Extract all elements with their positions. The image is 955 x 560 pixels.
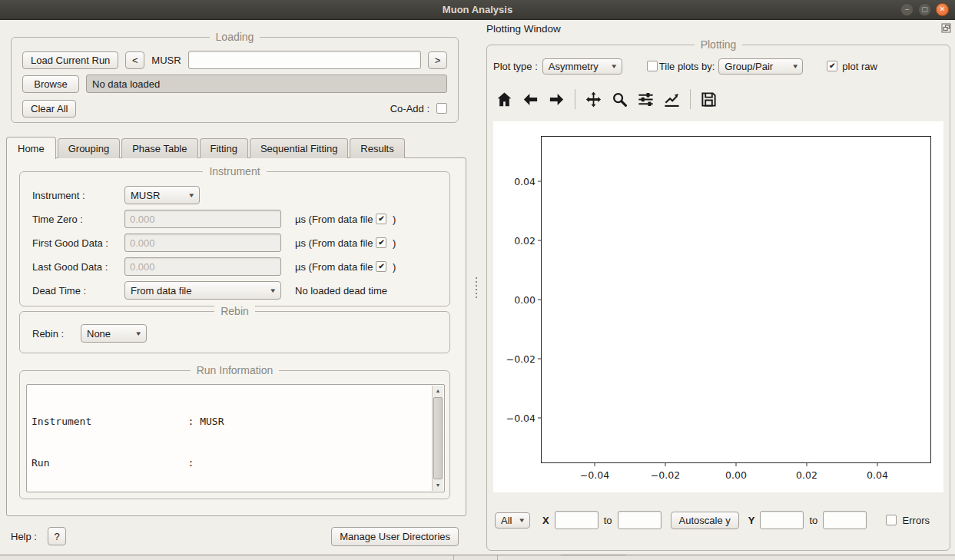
- last-good-data-label: Last Good Data :: [32, 261, 124, 273]
- browse-button[interactable]: Browse: [22, 75, 79, 93]
- y-tick-mark: [538, 240, 541, 240]
- x-tick-mark: [877, 463, 878, 466]
- bottom-strip: [0, 555, 955, 560]
- manage-user-directories-button[interactable]: Manage User Directories: [331, 527, 459, 546]
- x-tick-mark: [665, 463, 666, 466]
- autoscale-y-button[interactable]: Autoscale y: [671, 512, 739, 529]
- forward-icon[interactable]: [547, 90, 566, 109]
- zoom-icon[interactable]: [610, 90, 629, 109]
- tab-grouping[interactable]: Grouping: [58, 138, 120, 158]
- instrument-group: Instrument Instrument : MUSR ▾ Time Zero…: [19, 171, 450, 307]
- first-good-data-input[interactable]: [124, 234, 281, 252]
- last-good-data-from-file-checkbox[interactable]: ✔: [376, 261, 386, 272]
- help-button[interactable]: ?: [48, 527, 66, 545]
- y-max-input[interactable]: [823, 511, 867, 529]
- y-tick-label: 0.00: [514, 294, 536, 306]
- plot-raw-label: plot raw: [842, 61, 877, 72]
- load-current-run-button[interactable]: Load Current Run: [22, 51, 118, 69]
- dead-time-status: No loaded dead time: [295, 285, 387, 297]
- plot-raw-checkbox[interactable]: ✔: [827, 61, 837, 71]
- tab-sequential-fitting[interactable]: Sequential Fitting: [250, 138, 348, 158]
- subplots-config-icon[interactable]: [636, 90, 655, 109]
- x-tick-label: 0.00: [725, 469, 747, 481]
- rebin-label: Rebin :: [32, 328, 64, 340]
- plotting-window-pane: Plotting Window Plotting Plot type : Asy…: [482, 20, 955, 555]
- left-pane: Loading Load Current Run < MUSR > Browse…: [0, 20, 470, 555]
- run-information-textarea[interactable]: Instrument : MUSR Run : Title : Log not …: [26, 384, 445, 492]
- y-tick-mark: [538, 181, 541, 181]
- scroll-up-icon[interactable]: ▲: [433, 386, 443, 396]
- first-good-data-from-file-checkbox[interactable]: ✔: [376, 237, 386, 248]
- plotting-group: Plotting Plot type : Asymmetry ▾ Tile pl…: [486, 45, 950, 551]
- title-bar[interactable]: Muon Analysis – ▢ ✕: [0, 0, 955, 20]
- first-good-data-label: First Good Data :: [32, 237, 124, 249]
- chevron-down-icon: ▾: [271, 287, 276, 294]
- minimize-button[interactable]: –: [900, 3, 914, 16]
- rebin-dropdown[interactable]: None ▾: [81, 324, 147, 343]
- y-tick-label: 0.02: [514, 234, 536, 246]
- time-zero-from-file-checkbox[interactable]: ✔: [376, 214, 386, 224]
- instrument-label: Instrument :: [32, 190, 124, 201]
- plot-axes: −0.04−0.020.000.020.040.040.020.00−0.02−…: [541, 136, 931, 463]
- errors-label: Errors: [903, 515, 930, 526]
- time-zero-input[interactable]: [124, 210, 281, 228]
- previous-run-button[interactable]: <: [125, 51, 144, 69]
- instrument-dropdown[interactable]: MUSR ▾: [124, 186, 200, 204]
- y-to-label: to: [809, 515, 817, 526]
- help-label: Help :: [11, 531, 37, 542]
- time-zero-label: Time Zero :: [32, 214, 124, 225]
- tab-results[interactable]: Results: [350, 138, 404, 158]
- main-area: Loading Load Current Run < MUSR > Browse…: [0, 20, 955, 555]
- errors-checkbox[interactable]: [886, 515, 897, 525]
- y-min-input[interactable]: [760, 511, 804, 529]
- x-min-input[interactable]: [555, 511, 599, 529]
- plot-type-label: Plot type :: [493, 61, 538, 72]
- loading-group: Loading Load Current Run < MUSR > Browse…: [11, 37, 459, 123]
- clear-all-button[interactable]: Clear All: [22, 100, 76, 118]
- tab-bar: Home Grouping Phase Table Fitting Sequen…: [6, 137, 405, 158]
- rebin-group: Rebin Rebin : None ▾: [19, 311, 450, 353]
- customize-axes-icon[interactable]: [662, 90, 681, 109]
- x-to-label: to: [604, 515, 612, 526]
- x-max-input[interactable]: [618, 511, 662, 529]
- next-run-button[interactable]: >: [428, 51, 447, 69]
- plot-figure[interactable]: −0.04−0.020.000.020.040.040.020.00−0.02−…: [493, 121, 943, 492]
- run-information-group-title: Run Information: [20, 364, 449, 376]
- vertical-scrollbar[interactable]: ▲ ▼: [432, 386, 443, 491]
- plot-range-controls: All ▾ X to Autoscale y Y to Errors: [495, 509, 942, 531]
- plot-scope-dropdown[interactable]: All ▾: [495, 512, 530, 529]
- tile-by-dropdown[interactable]: Group/Pair ▾: [718, 58, 803, 75]
- scrollbar-thumb[interactable]: [433, 397, 443, 479]
- chevron-down-icon: ▾: [612, 62, 617, 70]
- run-number-input[interactable]: [188, 51, 421, 69]
- y-axis-label: Y: [748, 515, 755, 526]
- plot-controls: Plot type : Asymmetry ▾ Tile plots by: G…: [493, 56, 943, 76]
- co-add-label: Co-Add :: [390, 103, 429, 114]
- tab-home[interactable]: Home: [6, 137, 56, 159]
- close-button[interactable]: ✕: [936, 3, 949, 16]
- dead-time-dropdown[interactable]: From data file ▾: [124, 281, 281, 300]
- scroll-down-icon[interactable]: ▼: [433, 480, 443, 491]
- last-good-data-input[interactable]: [124, 257, 281, 276]
- back-icon[interactable]: [521, 90, 540, 109]
- dead-time-label: Dead Time :: [32, 285, 124, 297]
- loaded-data-status: No data loaded: [86, 75, 447, 93]
- pan-icon[interactable]: [584, 90, 603, 109]
- float-window-icon[interactable]: [941, 23, 951, 33]
- maximize-button[interactable]: ▢: [918, 3, 931, 16]
- tab-fitting[interactable]: Fitting: [200, 138, 248, 158]
- plot-type-dropdown[interactable]: Asymmetry ▾: [542, 58, 622, 75]
- last-good-data-units-label: µs (From data file: [295, 261, 373, 273]
- instrument-group-title: Instrument: [20, 165, 449, 177]
- x-axis-label: X: [542, 515, 549, 526]
- run-information-group: Run Information Instrument : MUSR Run : …: [19, 370, 450, 499]
- save-icon[interactable]: [699, 90, 718, 109]
- pane-splitter[interactable]: [470, 20, 482, 555]
- plotting-window-title: Plotting Window: [486, 23, 561, 35]
- tab-phase-table[interactable]: Phase Table: [121, 138, 197, 158]
- home-icon[interactable]: [495, 90, 514, 109]
- toolbar-separator: [690, 89, 691, 109]
- co-add-checkbox[interactable]: [436, 103, 447, 114]
- x-tick-label: 0.04: [867, 469, 888, 481]
- tile-plots-checkbox[interactable]: [647, 61, 658, 71]
